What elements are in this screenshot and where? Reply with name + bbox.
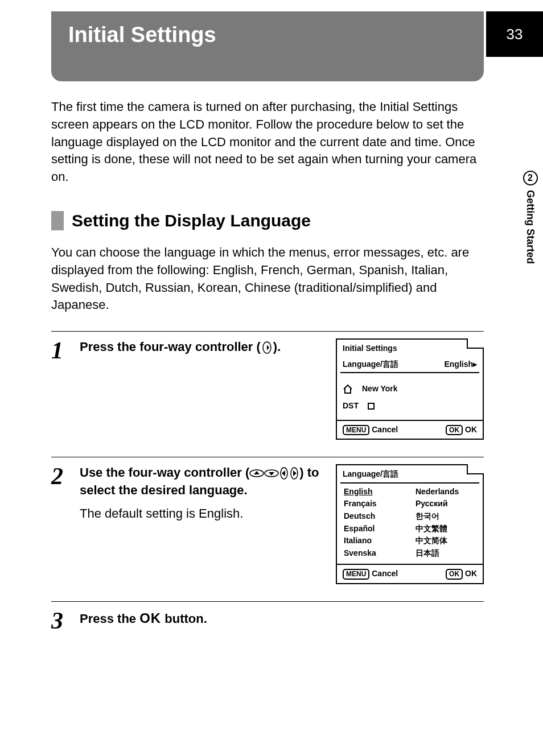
lcd1-lang-label: Language/言語 [343, 359, 398, 370]
lcd2-title: Language/言語 [337, 465, 483, 482]
section-heading-text: Setting the Display Language [72, 209, 311, 233]
right-triangle-icon: ▸ [473, 360, 477, 369]
side-tab: 2 Getting Started [517, 171, 543, 264]
step-1-text-a: Press the four-way controller ( [80, 340, 261, 354]
lang-option: English [344, 486, 404, 498]
fourway-right-icon [261, 341, 273, 354]
step-3: 3 Press the OK button. [51, 601, 484, 633]
page-number-text: 33 [507, 26, 523, 43]
page-title: Initial Settings [68, 23, 216, 47]
lcd1-cancel: Cancel [372, 425, 398, 434]
step-1-text-b: ). [273, 340, 281, 354]
step-2-subtext: The default setting is English. [80, 505, 324, 523]
lang-option: 中文繁體 [416, 523, 476, 535]
menu-pill: MENU [343, 569, 369, 579]
section-heading: Setting the Display Language [51, 209, 484, 233]
lcd2-cancel: Cancel [372, 569, 398, 578]
page: 33 2 Getting Started Initial Settings Th… [0, 11, 543, 756]
fourway-right-icon [289, 467, 299, 480]
lang-option: Français [344, 498, 404, 510]
page-number: 33 [486, 11, 543, 57]
lcd1-dst-label: DST [343, 401, 359, 410]
side-tab-label: Getting Started [524, 190, 536, 264]
lang-option: 日本語 [416, 547, 476, 560]
lcd1-lang-value: English [444, 360, 473, 369]
step-number: 2 [51, 464, 80, 584]
lang-option: 한국어 [416, 510, 476, 523]
lcd-screen-initial-settings: Initial Settings Language/言語 English▸ Ne… [336, 338, 484, 440]
menu-pill: MENU [343, 425, 369, 435]
step-2-text-a: Use the four-way controller ( [80, 465, 249, 480]
lang-option: Svenska [344, 547, 404, 560]
step-number: 1 [51, 338, 80, 440]
lang-option: Italiano [344, 535, 404, 547]
heading-bar-icon [51, 211, 64, 230]
lcd1-ok: OK [465, 425, 477, 434]
fourway-down-icon [264, 469, 279, 478]
chapter-number: 2 [523, 171, 538, 185]
ok-pill: OK [446, 425, 463, 435]
ok-button-glyph: OK [139, 610, 161, 626]
lang-option: 中文简体 [416, 535, 476, 547]
step-3-text-b: button. [161, 612, 207, 626]
ok-pill: OK [446, 569, 463, 579]
section-intro: You can choose the language in which the… [51, 244, 484, 314]
page-title-banner: Initial Settings [51, 11, 484, 81]
step-2: 2 Use the four-way controller () to sele… [51, 457, 484, 584]
language-column-1: English Français Deutsch Español Italian… [344, 486, 404, 560]
lang-option: Nederlands [416, 486, 476, 498]
step-3-text-a: Press the [80, 612, 139, 626]
lcd-screen-language-list: Language/言語 English Français Deutsch Esp… [336, 464, 484, 584]
lang-option: Español [344, 523, 404, 535]
step-1: 1 Press the four-way controller (). Init… [51, 331, 484, 440]
lang-option: Русский [416, 498, 476, 510]
lcd1-city: New York [362, 383, 398, 395]
fourway-up-icon [249, 469, 264, 478]
lcd1-title: Initial Settings [337, 340, 483, 357]
fourway-left-icon [279, 467, 289, 480]
dst-checkbox-icon [368, 403, 375, 410]
home-icon [343, 385, 353, 394]
lang-option: Deutsch [344, 510, 404, 523]
lcd2-ok: OK [465, 569, 477, 578]
intro-paragraph: The first time the camera is turned on a… [51, 98, 484, 186]
language-column-2: Nederlands Русский 한국어 中文繁體 中文简体 日本語 [416, 486, 476, 560]
content-area: The first time the camera is turned on a… [51, 98, 484, 633]
step-number: 3 [51, 609, 80, 633]
